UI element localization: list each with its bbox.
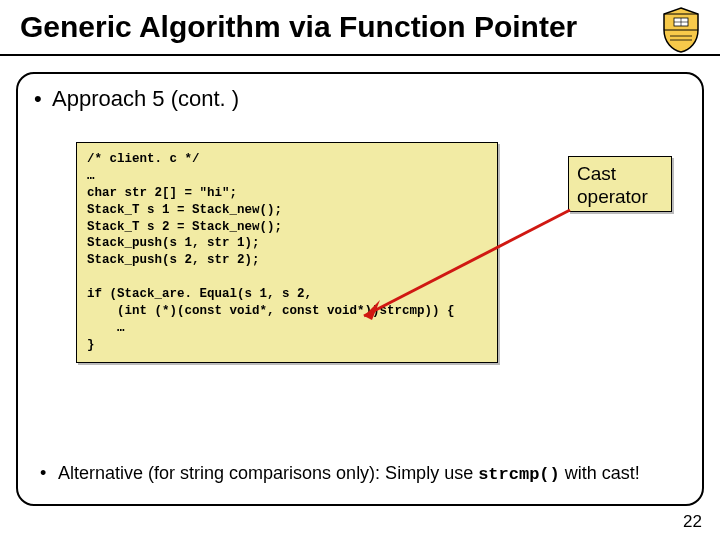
bullet-dot-icon: • — [40, 462, 58, 485]
alt-prefix: Alternative (for string comparisons only… — [58, 463, 478, 483]
bullet-approach: •Approach 5 (cont. ) — [34, 86, 686, 112]
slide-title: Generic Algorithm via Function Pointer — [20, 10, 700, 44]
bullet-dot-icon: • — [34, 86, 52, 112]
callout-line2: operator — [577, 186, 663, 209]
alt-suffix: with cast! — [560, 463, 640, 483]
alt-code: strcmp() — [478, 465, 560, 484]
alternative-text: Alternative (for string comparisons only… — [58, 462, 658, 486]
bullet-text: Approach 5 (cont. ) — [52, 86, 239, 111]
title-area: Generic Algorithm via Function Pointer — [0, 0, 720, 48]
slide: Generic Algorithm via Function Pointer •… — [0, 0, 720, 540]
callout-line1: Cast — [577, 163, 663, 186]
callout-cast-operator: Cast operator — [568, 156, 672, 212]
body-frame: •Approach 5 (cont. ) /* client. c */ … c… — [16, 72, 704, 506]
bullet-alternative: •Alternative (for string comparisons onl… — [40, 462, 686, 486]
crest-icon — [660, 6, 702, 54]
title-divider — [0, 54, 720, 56]
code-box: /* client. c */ … char str 2[] = "hi"; S… — [76, 142, 498, 363]
page-number: 22 — [683, 512, 702, 532]
